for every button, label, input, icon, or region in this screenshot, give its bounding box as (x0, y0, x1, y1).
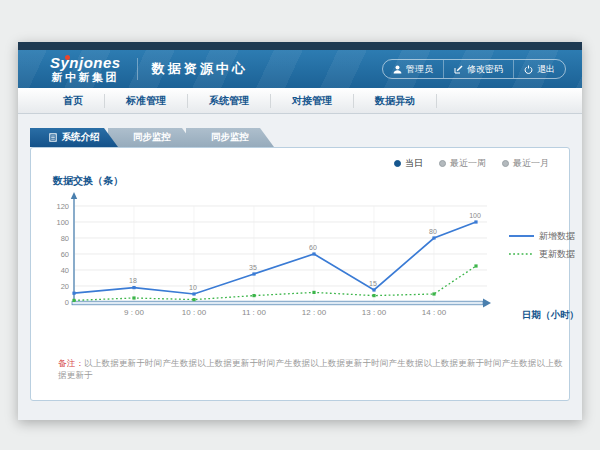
current-user-label: 管理员 (406, 63, 433, 76)
user-icon (393, 65, 402, 74)
nav-item-2[interactable]: 系统管理 (188, 94, 271, 108)
svg-text:11 : 00: 11 : 00 (242, 308, 266, 317)
change-password-label: 修改密码 (467, 63, 503, 76)
radio-icon (502, 160, 509, 167)
document-icon (49, 133, 57, 142)
app-window: Synjones 新中新集团 数据资源中心 管理员 修改密码 退出 首页标准管理… (18, 42, 582, 420)
legend-item-0[interactable]: 新增数据 (509, 231, 575, 241)
tab-0[interactable]: 系统介绍 (30, 128, 118, 147)
svg-text:80: 80 (61, 234, 69, 243)
nav-item-4[interactable]: 数据异动 (354, 94, 437, 108)
app-header: Synjones 新中新集团 数据资源中心 管理员 修改密码 退出 (18, 50, 582, 88)
logout-label: 退出 (537, 63, 555, 76)
svg-text:80: 80 (429, 228, 437, 235)
svg-text:12 : 00: 12 : 00 (302, 308, 327, 317)
tab-bar: 系统介绍同步监控同步监控 (30, 128, 582, 147)
range-option-1[interactable]: 最近一周 (439, 157, 486, 170)
svg-text:18: 18 (129, 277, 137, 284)
edit-icon (454, 65, 463, 74)
svg-text:60: 60 (61, 250, 69, 259)
svg-text:10: 10 (189, 284, 197, 291)
svg-text:新增数据: 新增数据 (539, 231, 575, 241)
radio-icon (439, 160, 446, 167)
range-option-0[interactable]: 当日 (394, 157, 423, 170)
logo-subtext: 新中新集团 (50, 71, 121, 83)
range-label: 最近一月 (513, 157, 549, 170)
brand-logo: Synjones 新中新集团 (50, 55, 121, 84)
svg-text:14 : 00: 14 : 00 (422, 308, 447, 317)
svg-text:35: 35 (249, 264, 257, 271)
range-label: 当日 (405, 157, 423, 170)
change-password-button[interactable]: 修改密码 (443, 60, 513, 78)
svg-text:15: 15 (369, 280, 377, 287)
main-nav: 首页标准管理系统管理对接管理数据异动 (18, 88, 582, 114)
header-divider (137, 58, 138, 80)
tab-label: 同步监控 (211, 131, 249, 144)
data-exchange-line-chart: 0204060801001209 : 0010 : 0011 : 0012 : … (41, 192, 581, 334)
radio-icon (394, 160, 401, 167)
nav-item-1[interactable]: 标准管理 (105, 94, 188, 108)
power-icon (524, 65, 533, 74)
svg-text:更新数据: 更新数据 (539, 249, 575, 259)
svg-text:10 : 00: 10 : 00 (182, 308, 207, 317)
date-range-options: 当日最近一周最近一月 (394, 157, 549, 170)
top-strip (18, 42, 582, 50)
current-user-button[interactable]: 管理员 (383, 60, 443, 78)
system-intro-panel: 当日最近一周最近一月 数据交换（条） 0204060801001209 : 00… (30, 147, 570, 401)
range-label: 最近一周 (450, 157, 486, 170)
svg-text:40: 40 (61, 266, 69, 275)
svg-text:100: 100 (469, 212, 481, 219)
range-option-2[interactable]: 最近一月 (502, 157, 549, 170)
svg-text:日期（小时）: 日期（小时） (522, 309, 579, 321)
svg-text:13 : 00: 13 : 00 (362, 308, 387, 317)
page-title: 数据资源中心 (152, 60, 248, 78)
footer-note: 备注：以上数据更新于时间产生数据以上数据更新于时间产生数据以上数据更新于时间产生… (58, 358, 569, 382)
note-prefix: 备注： (58, 358, 84, 368)
tab-label: 同步监控 (133, 131, 171, 144)
svg-text:20: 20 (61, 282, 69, 291)
tab-2[interactable]: 同步监控 (186, 128, 274, 147)
logout-button[interactable]: 退出 (513, 60, 565, 78)
logo-accent-dot (65, 55, 70, 60)
content-area: 系统介绍同步监控同步监控 当日最近一周最近一月 数据交换（条） 02040608… (18, 114, 582, 401)
svg-text:120: 120 (56, 202, 69, 211)
svg-text:9 : 00: 9 : 00 (124, 308, 145, 317)
logo-text: Synjones (50, 55, 121, 72)
chart-title: 数据交换（条） (53, 174, 123, 188)
nav-item-0[interactable]: 首页 (42, 94, 105, 108)
note-text: 以上数据更新于时间产生数据以上数据更新于时间产生数据以上数据更新于时间产生数据以… (58, 358, 563, 380)
svg-text:60: 60 (309, 244, 317, 251)
tab-1[interactable]: 同步监控 (108, 128, 196, 147)
tab-label: 系统介绍 (62, 131, 100, 144)
svg-text:100: 100 (56, 218, 69, 227)
nav-item-3[interactable]: 对接管理 (271, 94, 354, 108)
user-toolbar: 管理员 修改密码 退出 (382, 59, 566, 79)
legend-item-1[interactable]: 更新数据 (509, 249, 575, 259)
svg-text:0: 0 (65, 298, 69, 307)
